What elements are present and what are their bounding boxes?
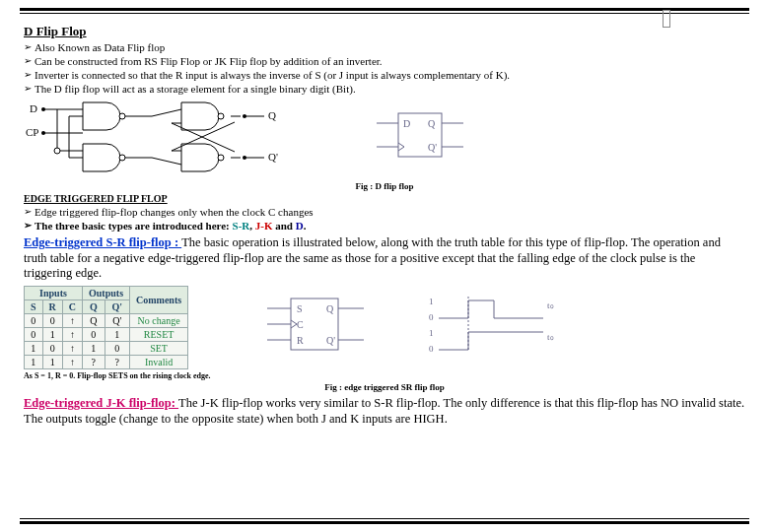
svg-point-15 [218, 113, 224, 119]
cell: 1 [42, 355, 62, 368]
svg-line-18 [152, 158, 181, 165]
table-row: 1 1 ↑ ? ? Invalid [25, 355, 188, 368]
lbl-t0: t₀ [547, 300, 554, 310]
cell: Invalid [130, 355, 188, 368]
type-and: and [273, 220, 296, 232]
dff-block-diagram: D Q Q' [369, 105, 477, 170]
jk-paragraph: Edge-triggered J-K flip-flop: The J-K fl… [24, 396, 745, 427]
cell: 1 [25, 355, 43, 368]
sr-title: Edge-triggered S-R flip-flop : [24, 235, 181, 249]
cell: SET [130, 341, 188, 355]
th-qn: Q' [105, 299, 130, 313]
bullet-text: Can be constructed from RS Flip Flop or … [35, 55, 383, 67]
dff-caption: Fig : D flip flop [24, 181, 745, 191]
bullet-text: Edge triggered flip-flop changes only wh… [35, 206, 314, 218]
page-mark [663, 10, 670, 28]
label-qn: Q' [428, 142, 437, 153]
lbl-t0b: t₀ [547, 332, 554, 342]
cell: 0 [105, 341, 130, 355]
dff-gate-diagram: D CP [24, 97, 280, 179]
lbl-s: S [297, 303, 303, 314]
cell: 0 [25, 327, 43, 341]
cell: ↑ [62, 355, 82, 368]
sr-row: Inputs Outputs Comments S R C Q Q' 0 0 ↑… [24, 286, 745, 369]
lvl-0: 0 [429, 312, 434, 322]
label-cp: CP [26, 126, 38, 138]
sr-paragraph: Edge-triggered S-R flip-flop : The basic… [24, 235, 745, 282]
truth-table: Inputs Outputs Comments S R C Q Q' 0 0 ↑… [24, 286, 188, 369]
svg-point-3 [54, 148, 60, 154]
cell: ? [83, 355, 105, 368]
table-row: 1 0 ↑ 1 0 SET [25, 341, 188, 355]
lvl-1: 1 [429, 297, 434, 306]
cell: 1 [42, 327, 62, 341]
cell: Q [83, 313, 105, 327]
th-inputs: Inputs [25, 286, 83, 299]
lbl-c: C [297, 319, 304, 330]
th-s: S [25, 299, 43, 313]
cell: 0 [42, 313, 62, 327]
label-d: D [403, 118, 410, 129]
lbl-q: Q [326, 303, 334, 314]
lbl-qn: Q' [326, 335, 335, 346]
th-q: Q [83, 299, 105, 313]
cell: 0 [42, 341, 62, 355]
cell: No change [130, 313, 188, 327]
label-q: Q [268, 109, 276, 121]
dff-bullet: Can be constructed from RS Flip Flop or … [24, 55, 745, 67]
bullet-text: Inverter is connected so that the R inpu… [35, 69, 510, 81]
lvl-1b: 1 [429, 328, 434, 338]
edge-heading: EDGE TRIGGERED FLIP FLOP [24, 193, 745, 204]
cell: Q' [105, 313, 130, 327]
bullet-text: The D flip flop will act as a storage el… [35, 83, 356, 95]
type-d: D [296, 220, 304, 232]
svg-point-11 [119, 113, 125, 119]
label-d: D [30, 102, 37, 114]
edge-bullet: Edge triggered flip-flop changes only wh… [24, 206, 745, 218]
page-content: D Flip Flop Also Known as Data Flip flop… [0, 14, 769, 427]
edge-bullet-types: The three basic types are introduced her… [24, 220, 745, 232]
dff-bullet: Inverter is connected so that the R inpu… [24, 69, 745, 81]
types-prefix: The three basic types are introduced her… [35, 220, 233, 232]
cell: 1 [25, 341, 43, 355]
type-sr: S-R [233, 220, 250, 232]
sr-caption: Fig : edge triggered SR flip flop [24, 382, 745, 392]
th-c: C [62, 299, 82, 313]
cell: 1 [83, 341, 105, 355]
dff-bullet: Also Known as Data Flip flop [24, 41, 745, 53]
cell: ↑ [62, 327, 82, 341]
table-row: 0 1 ↑ 0 1 RESET [25, 327, 188, 341]
cell: 0 [25, 313, 43, 327]
type-jk: J-K [255, 220, 273, 232]
svg-point-12 [119, 155, 125, 161]
sr-timing-diagram: 1 0 t₀ 1 0 t₀ [425, 291, 563, 364]
th-r: R [42, 299, 62, 313]
lbl-r: R [297, 335, 304, 346]
types-text: The three basic types are introduced her… [35, 220, 306, 232]
table-row: 0 0 ↑ Q Q' No change [25, 313, 188, 327]
dff-bullet: The D flip flop will act as a storage el… [24, 83, 745, 95]
label-q: Q [428, 118, 436, 129]
sr-truth-table: Inputs Outputs Comments S R C Q Q' 0 0 ↑… [24, 286, 188, 369]
bullet-text: Also Known as Data Flip flop [35, 41, 165, 53]
lvl-0b: 0 [429, 344, 434, 354]
bottom-rule [20, 518, 749, 524]
th-comments: Comments [130, 286, 188, 313]
cell: ? [105, 355, 130, 368]
cell: 0 [83, 327, 105, 341]
dff-heading: D Flip Flop [24, 24, 745, 39]
jk-title: Edge-triggered J-K flip-flop: [24, 396, 178, 410]
sr-block-diagram: S C R Q Q' [257, 291, 376, 364]
cell: ↑ [62, 313, 82, 327]
cell: ↑ [62, 341, 82, 355]
sr-note: As S = 1, R = 0. Flip-flop SETS on the r… [24, 371, 745, 380]
svg-point-16 [218, 155, 224, 161]
svg-line-17 [152, 109, 181, 116]
cell: RESET [130, 327, 188, 341]
label-qn: Q' [268, 151, 278, 163]
cell: 1 [105, 327, 130, 341]
dff-diagram-row: D CP [24, 97, 745, 179]
th-outputs: Outputs [83, 286, 130, 299]
